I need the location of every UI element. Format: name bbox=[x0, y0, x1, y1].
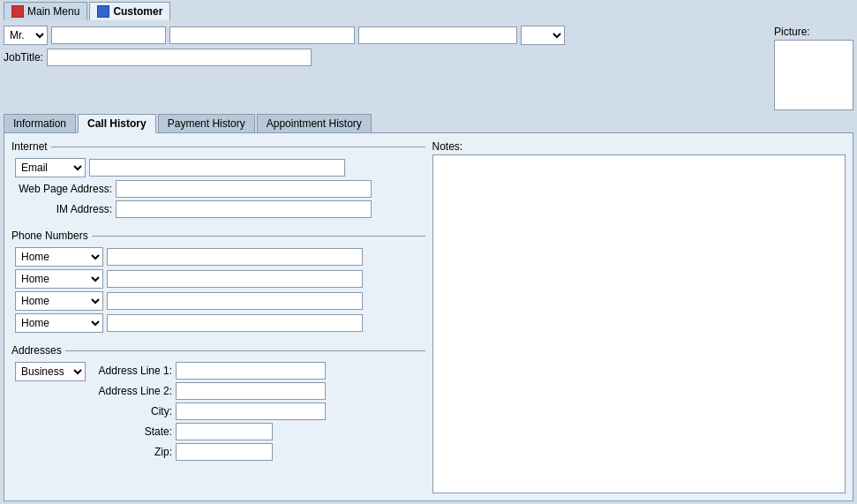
internet-section: Internet Email Email 2 Email 3 bbox=[11, 140, 425, 222]
internet-fields: Email Email 2 Email 3 Web Page Address: … bbox=[11, 154, 425, 222]
addr-state-label: State: bbox=[93, 425, 172, 438]
webpage-row: Web Page Address: bbox=[15, 180, 422, 198]
tab-call-history[interactable]: Call History bbox=[78, 114, 156, 133]
tab-panel-information: Internet Email Email 2 Email 3 bbox=[4, 133, 853, 501]
addr-line1-row: Address Line 1: bbox=[93, 362, 326, 380]
addr-line2-row: Address Line 2: bbox=[93, 382, 326, 400]
address-section: Addresses Business Home Other bbox=[11, 344, 425, 463]
phone-type-1[interactable]: HomeWorkMobileFaxOther bbox=[15, 247, 103, 267]
phone-input-2[interactable] bbox=[107, 270, 363, 288]
phone-section-title: Phone Numbers bbox=[11, 229, 88, 242]
address-type-select[interactable]: Business Home Other bbox=[15, 362, 86, 381]
addr-zip-input[interactable] bbox=[176, 443, 273, 461]
internet-section-title: Internet bbox=[11, 140, 48, 153]
email-input[interactable] bbox=[89, 159, 345, 177]
phone-row-4: HomeWorkMobileFaxOther bbox=[15, 313, 422, 333]
address-inner: Business Home Other Address Line 1: bbox=[15, 362, 422, 461]
phone-row-1: HomeWorkMobileFaxOther bbox=[15, 247, 422, 267]
notes-label: Notes: bbox=[432, 140, 846, 153]
im-input[interactable] bbox=[116, 200, 372, 218]
jobtitle-row: JobTitle: bbox=[4, 49, 769, 66]
addr-line1-label: Address Line 1: bbox=[93, 365, 172, 377]
phone-type-2[interactable]: HomeWorkMobileFaxOther bbox=[15, 269, 103, 289]
phone-divider bbox=[92, 236, 425, 237]
main-container: Mr. Mrs. Ms. Dr. Jr. Sr. II III JobTitle… bbox=[0, 22, 857, 504]
address-fields: Address Line 1: Address Line 2: City: bbox=[93, 362, 326, 461]
last-name-input[interactable] bbox=[358, 26, 517, 44]
first-name-input[interactable] bbox=[51, 26, 166, 44]
tab-main-menu-label: Main Menu bbox=[27, 5, 79, 18]
tab-call-history-label: Call History bbox=[87, 117, 147, 130]
addr-city-label: City: bbox=[93, 405, 172, 417]
tab-customer[interactable]: Customer bbox=[89, 2, 170, 20]
addr-state-input[interactable] bbox=[176, 423, 273, 440]
middle-name-input[interactable] bbox=[169, 26, 355, 44]
addr-zip-row: Zip: bbox=[93, 443, 326, 461]
name-suffix-select[interactable]: Jr. Sr. II III bbox=[521, 26, 565, 45]
phone-title-line: Phone Numbers bbox=[11, 229, 425, 242]
email-type-select[interactable]: Email Email 2 Email 3 bbox=[15, 158, 86, 177]
phone-type-4[interactable]: HomeWorkMobileFaxOther bbox=[15, 313, 103, 333]
internet-divider bbox=[51, 147, 425, 147]
picture-area[interactable] bbox=[774, 40, 853, 110]
address-section-title: Addresses bbox=[11, 344, 62, 357]
im-row: IM Address: bbox=[15, 200, 422, 218]
addr-zip-label: Zip: bbox=[93, 446, 172, 458]
webpage-label: Web Page Address: bbox=[15, 183, 112, 195]
address-content: Business Home Other Address Line 1: bbox=[11, 358, 425, 463]
phone-input-4[interactable] bbox=[107, 314, 363, 332]
phone-section: Phone Numbers HomeWorkMobileFaxOther bbox=[11, 229, 425, 337]
phone-row-3: HomeWorkMobileFaxOther bbox=[15, 291, 422, 311]
top-form: Mr. Mrs. Ms. Dr. Jr. Sr. II III JobTitle… bbox=[4, 26, 853, 110]
top-fields: Mr. Mrs. Ms. Dr. Jr. Sr. II III JobTitle… bbox=[4, 26, 769, 66]
addr-state-row: State: bbox=[93, 423, 326, 440]
addr-line2-input[interactable] bbox=[176, 382, 326, 400]
webpage-input[interactable] bbox=[116, 180, 372, 198]
picture-label: Picture: bbox=[774, 26, 810, 38]
right-panel: Notes: bbox=[432, 140, 846, 493]
address-divider bbox=[65, 350, 425, 351]
addr-city-input[interactable] bbox=[176, 402, 326, 420]
tab-payment-history[interactable]: Payment History bbox=[158, 114, 255, 132]
tab-payment-history-label: Payment History bbox=[168, 117, 245, 130]
notes-textarea[interactable] bbox=[432, 154, 846, 493]
content-tabs-row: Information Call History Payment History… bbox=[4, 114, 853, 133]
tab-information[interactable]: Information bbox=[4, 114, 76, 132]
left-panel: Internet Email Email 2 Email 3 bbox=[11, 140, 425, 493]
tab-information-label: Information bbox=[13, 117, 66, 130]
tab-appointment-history[interactable]: Appointment History bbox=[257, 114, 372, 132]
main-menu-icon bbox=[11, 5, 24, 18]
addr-city-row: City: bbox=[93, 402, 326, 420]
email-row: Email Email 2 Email 3 bbox=[15, 158, 422, 177]
name-row: Mr. Mrs. Ms. Dr. Jr. Sr. II III bbox=[4, 26, 769, 45]
tab-main-menu[interactable]: Main Menu bbox=[4, 2, 87, 20]
customer-icon bbox=[97, 5, 109, 18]
phone-type-3[interactable]: HomeWorkMobileFaxOther bbox=[15, 291, 103, 311]
phone-input-1[interactable] bbox=[107, 248, 363, 266]
title-bar: Main Menu Customer bbox=[0, 0, 857, 22]
jobtitle-input[interactable] bbox=[47, 49, 312, 66]
phone-fields: HomeWorkMobileFaxOther HomeWorkMobileFax… bbox=[11, 244, 425, 337]
addr-line2-label: Address Line 2: bbox=[93, 385, 172, 397]
internet-title-line: Internet bbox=[11, 140, 425, 153]
phone-row-2: HomeWorkMobileFaxOther bbox=[15, 269, 422, 289]
addr-line1-input[interactable] bbox=[176, 362, 326, 380]
jobtitle-label: JobTitle: bbox=[4, 51, 43, 64]
tab-customer-label: Customer bbox=[113, 5, 162, 18]
content-area: Information Call History Payment History… bbox=[4, 114, 853, 501]
tab-appointment-history-label: Appointment History bbox=[267, 117, 362, 130]
phone-input-3[interactable] bbox=[107, 292, 363, 310]
im-label: IM Address: bbox=[15, 203, 112, 215]
picture-box: Picture: bbox=[774, 26, 853, 110]
name-prefix-select[interactable]: Mr. Mrs. Ms. Dr. bbox=[4, 26, 48, 45]
address-title-line: Addresses bbox=[11, 344, 425, 357]
